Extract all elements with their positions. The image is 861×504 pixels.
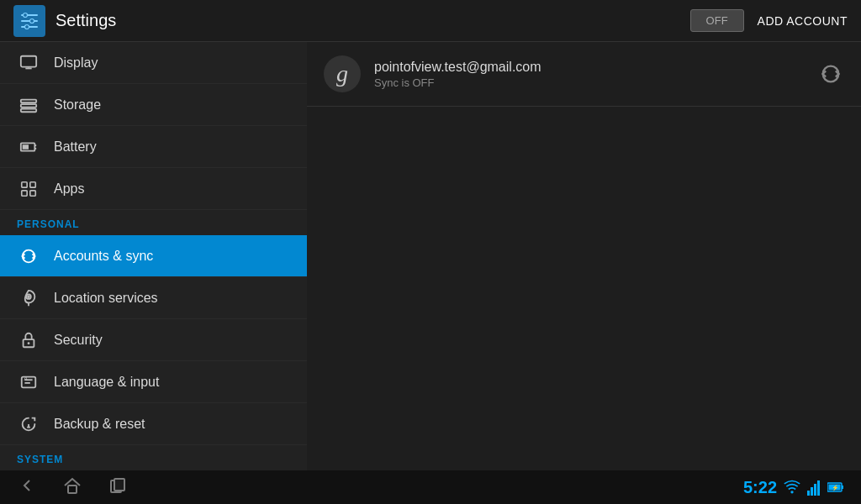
svg-point-24 <box>28 342 30 344</box>
sync-toggle-button[interactable]: OFF <box>690 9 744 32</box>
page-title: Settings <box>55 11 690 30</box>
accounts-sync-label: Accounts & sync <box>54 249 153 264</box>
nav-icons <box>17 475 128 499</box>
svg-point-4 <box>30 18 34 23</box>
svg-rect-11 <box>21 108 36 112</box>
svg-rect-35 <box>807 491 810 496</box>
backup-reset-label: Backup & reset <box>54 417 145 432</box>
display-icon <box>17 51 40 75</box>
clock: 5:22 <box>743 478 777 497</box>
apps-icon <box>17 177 40 201</box>
svg-rect-19 <box>30 190 35 195</box>
svg-rect-31 <box>68 486 77 493</box>
sidebar-item-accounts-sync[interactable]: Accounts & sync <box>0 235 307 277</box>
svg-rect-16 <box>22 181 27 186</box>
accounts-sync-icon <box>17 244 40 268</box>
wifi-icon <box>784 479 800 496</box>
sync-account-button[interactable] <box>817 60 844 87</box>
language-input-label: Language & input <box>54 375 159 390</box>
svg-rect-37 <box>814 484 816 496</box>
settings-app-icon <box>13 5 45 37</box>
battery-label: Battery <box>54 139 97 155</box>
svg-rect-7 <box>25 67 31 69</box>
battery-status-icon: ⚡ <box>827 481 844 493</box>
language-icon: A <box>17 370 40 394</box>
sidebar-item-display[interactable]: Display <box>0 42 307 84</box>
svg-rect-18 <box>22 190 27 195</box>
svg-rect-36 <box>811 487 813 496</box>
security-label: Security <box>54 333 103 348</box>
account-email: pointofview.test@gmail.com <box>374 60 817 75</box>
svg-text:⚡: ⚡ <box>832 484 839 491</box>
recents-button[interactable] <box>108 475 128 499</box>
personal-section-header: PERSONAL <box>0 210 307 235</box>
svg-rect-6 <box>21 55 36 66</box>
svg-point-22 <box>28 296 29 297</box>
sidebar-item-battery[interactable]: Battery <box>0 126 307 168</box>
svg-text:A: A <box>24 375 29 381</box>
svg-rect-10 <box>21 104 36 108</box>
main-layout: Display Storage <box>0 42 861 504</box>
status-right: 5:22 ⚡ <box>743 478 844 497</box>
storage-label: Storage <box>54 97 101 113</box>
app-header: Settings OFF ADD ACCOUNT <box>0 0 861 42</box>
svg-point-34 <box>790 491 793 493</box>
system-section-header: SYSTEM <box>0 445 307 470</box>
sidebar-item-language-input[interactable]: A Language & input <box>0 361 307 403</box>
account-info: pointofview.test@gmail.com Sync is OFF <box>374 60 817 89</box>
back-button[interactable] <box>17 475 37 499</box>
svg-rect-33 <box>114 479 124 491</box>
svg-point-5 <box>25 24 29 29</box>
sidebar-item-security[interactable]: Security <box>0 319 307 361</box>
location-services-label: Location services <box>54 291 158 306</box>
sidebar-item-storage[interactable]: Storage <box>0 84 307 126</box>
svg-rect-17 <box>30 181 35 186</box>
signal-icon <box>807 479 821 496</box>
storage-icon <box>17 93 40 117</box>
location-icon <box>17 286 40 310</box>
security-icon <box>17 328 40 352</box>
svg-rect-9 <box>21 99 36 102</box>
account-status: Sync is OFF <box>374 76 817 89</box>
sidebar-item-location-services[interactable]: Location services <box>0 277 307 319</box>
svg-point-3 <box>24 13 28 17</box>
svg-rect-38 <box>817 480 820 496</box>
apps-label: Apps <box>54 181 84 197</box>
backup-icon <box>17 412 40 436</box>
display-label: Display <box>54 55 98 71</box>
home-button[interactable] <box>62 475 82 499</box>
sidebar-item-apps[interactable]: Apps <box>0 168 307 210</box>
battery-icon <box>17 135 40 159</box>
google-icon: g <box>324 55 361 92</box>
svg-rect-40 <box>842 486 843 489</box>
svg-rect-15 <box>23 144 29 150</box>
sidebar: Display Storage <box>0 42 307 504</box>
sidebar-item-backup-reset[interactable]: Backup & reset <box>0 403 307 445</box>
account-row[interactable]: g pointofview.test@gmail.com Sync is OFF <box>307 42 861 107</box>
content-area: g pointofview.test@gmail.com Sync is OFF <box>307 42 861 504</box>
status-bar: 5:22 ⚡ <box>0 470 861 504</box>
add-account-button[interactable]: ADD ACCOUNT <box>758 14 848 28</box>
